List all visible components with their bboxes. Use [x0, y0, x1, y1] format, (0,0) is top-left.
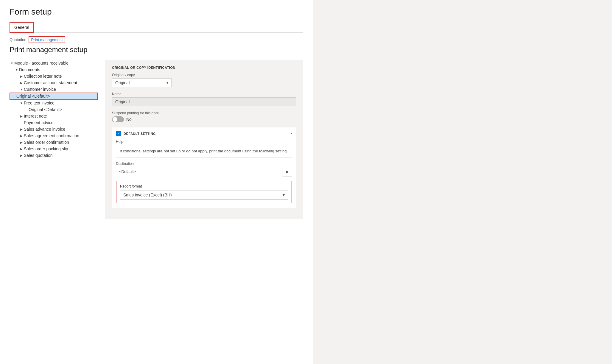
tree-item-free-text-invoice[interactable]: ▼ Free text invoice — [10, 100, 98, 106]
original-copy-section-header: ORIGINAL OR COPY IDENTIFICATION — [112, 66, 296, 69]
name-label: Name — [112, 92, 296, 96]
tree-label-customer-account: Customer account statement — [24, 80, 98, 85]
tree-label-interest-note: Interest note — [24, 114, 98, 118]
destination-row: <Default> ▶ — [116, 167, 292, 176]
original-copy-select[interactable]: Original ▾ — [112, 78, 172, 87]
suspend-toggle-row: No — [112, 116, 296, 122]
tree-item-customer-account[interactable]: ▶ Customer account statement — [10, 79, 98, 86]
tree-item-sales-order-confirmation[interactable]: ▶ Sales order confirmation — [10, 139, 98, 146]
arrow-customer-account: ▶ — [19, 81, 24, 85]
tree-label-payment-advice: Payment advice — [24, 120, 98, 125]
name-field-group: Name Original — [112, 92, 296, 106]
tree-label-sales-order-confirmation: Sales order confirmation — [24, 140, 98, 145]
help-text: If conditional settings are not set up o… — [116, 145, 292, 157]
destination-button[interactable]: ▶ — [283, 167, 292, 176]
tree-item-module[interactable]: ▼ Module - accounts receivable — [10, 60, 98, 66]
original-copy-chevron-icon: ▾ — [166, 81, 168, 85]
arrow-sales-quotation: ▶ — [19, 154, 24, 157]
suspend-toggle[interactable] — [112, 116, 124, 122]
default-setting-section: ✓ DEFAULT SETTING · Help If conditional … — [112, 127, 296, 208]
destination-arrow-icon: ▶ — [286, 170, 289, 174]
tree-item-sales-order-packing[interactable]: ▶ Sales order packing slip — [10, 146, 98, 152]
tree-item-sales-advance-invoice[interactable]: ▶ Sales advance invoice — [10, 126, 98, 132]
tree-item-collection-letter[interactable]: ▶ Collection letter note — [10, 73, 98, 79]
report-format-label: Report format — [120, 184, 288, 188]
tree-label-collection-letter: Collection letter note — [24, 74, 98, 79]
arrow-sales-order-confirmation: ▶ — [19, 141, 24, 144]
tree-item-sales-agreement[interactable]: ▶ Sales agreement confirmation — [10, 132, 98, 139]
tree-item-payment-advice[interactable]: Payment advice — [10, 119, 98, 126]
arrow-sales-advance-invoice: ▶ — [19, 128, 24, 131]
tree-label-documents: Documents — [19, 67, 98, 72]
tree-label-sales-quotation: Sales quotation — [24, 153, 98, 158]
print-management-link[interactable]: Print management — [29, 36, 65, 43]
tree-label-original-default-2: Original <Default> — [29, 107, 98, 112]
report-format-value: Sales invoice (Excel) (BH) — [123, 193, 172, 197]
suspend-value: No — [126, 117, 132, 122]
default-setting-header[interactable]: ✓ DEFAULT SETTING · — [112, 127, 296, 140]
arrow-module: ▼ — [10, 62, 14, 65]
arrow-sales-agreement: ▶ — [19, 134, 24, 138]
arrow-interest-note: ▶ — [19, 115, 24, 118]
tree-item-sales-quotation[interactable]: ▶ Sales quotation — [10, 152, 98, 159]
main-content: ▼ Module - accounts receivable ▼ Documen… — [10, 60, 303, 219]
dot-menu-icon[interactable]: · — [291, 130, 292, 137]
default-setting-title: DEFAULT SETTING — [124, 132, 156, 135]
page-title: Form setup — [10, 7, 303, 17]
breadcrumb-quotation: Quotation — [10, 38, 26, 42]
arrow-sales-order-packing: ▶ — [19, 147, 24, 151]
name-value: Original — [112, 97, 296, 106]
tree-label-module: Module - accounts receivable — [14, 61, 98, 65]
report-format-select[interactable]: Sales invoice (Excel) (BH) ▾ — [120, 190, 288, 200]
tab-bar: General — [10, 22, 303, 33]
tree-label-sales-advance-invoice: Sales advance invoice — [24, 127, 98, 132]
original-copy-value: Original — [115, 80, 130, 85]
original-copy-label: Original / copy — [112, 73, 296, 77]
help-label: Help — [116, 140, 292, 144]
detail-panel: ORIGINAL OR COPY IDENTIFICATION Original… — [105, 60, 303, 219]
arrow-documents: ▼ — [14, 68, 19, 71]
default-setting-checkbox[interactable]: ✓ — [116, 131, 121, 136]
original-copy-field-group: Original / copy Original ▾ — [112, 73, 296, 87]
tree-item-customer-invoice[interactable]: ▼ Customer invoice — [10, 86, 98, 93]
tree-label-customer-invoice: Customer invoice — [24, 87, 98, 92]
tree-item-documents[interactable]: ▼ Documents — [10, 66, 98, 73]
tree-label-sales-agreement: Sales agreement confirmation — [24, 133, 98, 138]
tree-label-original-default: Original <Default> — [16, 94, 96, 99]
default-setting-body: Help If conditional settings are not set… — [112, 140, 296, 208]
arrow-customer-invoice: ▼ — [19, 88, 24, 91]
tree-item-original-default[interactable]: Original <Default> — [10, 93, 98, 100]
destination-label: Destination — [116, 162, 292, 166]
checkmark-icon: ✓ — [117, 132, 120, 136]
suspend-field-group: Suspend printing for this docu... No — [112, 111, 296, 122]
tree-label-sales-order-packing: Sales order packing slip — [24, 146, 98, 151]
arrow-free-text-invoice: ▼ — [19, 101, 24, 105]
tree-panel: ▼ Module - accounts receivable ▼ Documen… — [10, 60, 105, 219]
print-management-section-title: Print management setup — [10, 46, 303, 54]
breadcrumb: Quotation Print management — [10, 36, 303, 43]
tree-item-interest-note[interactable]: ▶ Interest note — [10, 113, 98, 119]
destination-value: <Default> — [116, 167, 280, 176]
suspend-label: Suspend printing for this docu... — [112, 111, 296, 115]
report-format-chevron-icon: ▾ — [283, 193, 285, 197]
help-section: Help If conditional settings are not set… — [116, 140, 292, 157]
tab-general[interactable]: General — [10, 22, 34, 33]
tree-item-original-default-2[interactable]: Original <Default> — [10, 106, 98, 113]
report-format-section: Report format Sales invoice (Excel) (BH)… — [116, 181, 292, 203]
tree-label-free-text-invoice: Free text invoice — [24, 101, 98, 105]
suspend-toggle-knob — [113, 117, 117, 122]
arrow-collection-letter: ▶ — [19, 75, 24, 78]
